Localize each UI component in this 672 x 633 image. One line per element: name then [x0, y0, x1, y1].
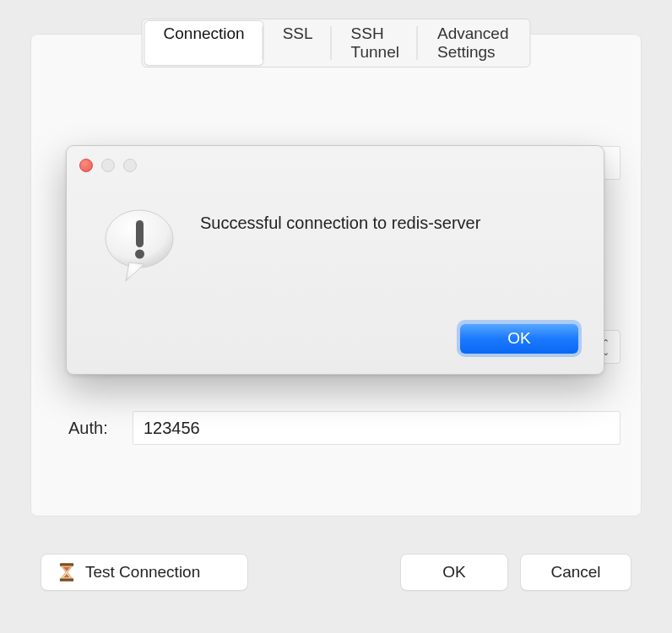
tab-ssh-tunnel[interactable]: SSH Tunnel	[333, 21, 418, 65]
dialog-ok-button[interactable]: OK	[460, 323, 578, 354]
auth-label: Auth:	[51, 419, 124, 438]
window-minimize-icon	[101, 159, 115, 172]
tab-ssl[interactable]: SSL	[264, 21, 332, 65]
svg-rect-1	[136, 220, 144, 247]
cancel-button[interactable]: Cancel	[520, 554, 631, 591]
tab-connection[interactable]: Connection	[145, 21, 263, 65]
window-close-icon[interactable]	[79, 159, 93, 172]
svg-rect-4	[60, 578, 73, 582]
hourglass-icon	[58, 561, 75, 583]
traffic-lights	[79, 159, 137, 172]
exclamation-speech-icon	[97, 203, 182, 288]
svg-point-2	[135, 250, 144, 259]
alert-dialog: Successful connection to redis-server OK	[66, 145, 604, 375]
footer: Test Connection OK Cancel	[41, 554, 631, 591]
ok-button[interactable]: OK	[400, 554, 508, 591]
window-zoom-icon	[123, 159, 137, 172]
test-connection-label: Test Connection	[85, 563, 200, 582]
alert-message: Successful connection to redis-server	[200, 214, 578, 233]
tab-bar: Connection SSL SSH Tunnel Advanced Setti…	[142, 19, 531, 68]
alert-body: Successful connection to redis-server OK	[97, 193, 578, 354]
tab-advanced-settings[interactable]: Advanced Settings	[419, 21, 528, 65]
auth-input[interactable]	[133, 411, 621, 445]
row-auth: Auth:	[51, 411, 621, 445]
test-connection-button[interactable]: Test Connection	[41, 554, 248, 591]
svg-rect-3	[60, 563, 73, 566]
